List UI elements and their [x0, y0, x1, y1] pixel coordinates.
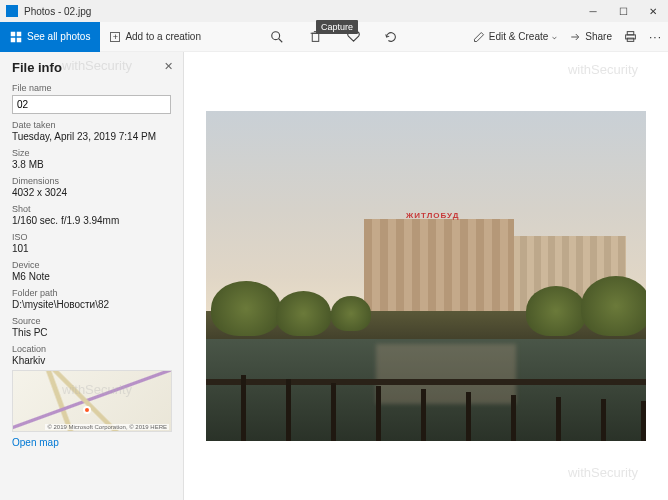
svg-line-5: [279, 38, 283, 42]
field-value: 3.8 MB: [12, 159, 171, 170]
toolbar: See all photos + Add to a creation Captu…: [0, 22, 668, 52]
see-all-label: See all photos: [27, 31, 90, 42]
svg-rect-11: [627, 38, 634, 41]
window-title: Photos - 02.jpg: [24, 6, 91, 17]
map-pin-icon: [83, 406, 91, 414]
share-label: Share: [585, 31, 612, 42]
close-window-button[interactable]: ✕: [638, 0, 668, 22]
app-icon: [6, 5, 18, 17]
edit-icon: [473, 31, 485, 43]
svg-point-4: [272, 31, 280, 39]
add-creation-label: Add to a creation: [125, 31, 201, 42]
field-value: This PC: [12, 327, 171, 338]
field-label: Device: [12, 260, 171, 270]
plus-icon: +: [110, 32, 120, 42]
minimize-button[interactable]: ─: [578, 0, 608, 22]
capture-tooltip: Capture: [316, 20, 358, 34]
share-button[interactable]: Share: [569, 31, 612, 43]
svg-rect-6: [312, 33, 319, 41]
location-map[interactable]: © 2019 Microsoft Corporation, © 2019 HER…: [12, 370, 172, 432]
photo-content[interactable]: ЖИТЛОБУД: [206, 111, 646, 441]
field-value: M6 Note: [12, 271, 171, 282]
close-panel-button[interactable]: ✕: [164, 60, 173, 73]
add-to-creation-button[interactable]: + Add to a creation: [100, 22, 211, 52]
see-all-photos-button[interactable]: See all photos: [0, 22, 100, 52]
field-value: Kharkiv: [12, 355, 171, 366]
more-button[interactable]: ···: [649, 30, 662, 44]
map-copyright: © 2019 Microsoft Corporation, © 2019 HER…: [45, 424, 169, 430]
field-value: 1/160 sec. f/1.9 3.94mm: [12, 215, 171, 226]
field-label: Location: [12, 344, 171, 354]
field-value: Tuesday, April 23, 2019 7:14 PM: [12, 131, 171, 142]
photo-viewer: withSecurity withSecurity ЖИТЛОБУД: [184, 52, 668, 500]
svg-rect-0: [11, 31, 16, 36]
field-value: 4032 x 3024: [12, 187, 171, 198]
field-label: Dimensions: [12, 176, 171, 186]
title-bar: Photos - 02.jpg ─ ☐ ✕: [0, 0, 668, 22]
edit-create-button[interactable]: Edit & Create ⌵: [473, 31, 557, 43]
field-label: Folder path: [12, 288, 171, 298]
share-icon: [569, 31, 581, 43]
chevron-down-icon: ⌵: [552, 32, 557, 41]
field-label: Shot: [12, 204, 171, 214]
building-sign: ЖИТЛОБУД: [406, 211, 459, 220]
maximize-button[interactable]: ☐: [608, 0, 638, 22]
field-label: Size: [12, 148, 171, 158]
watermark: withSecurity: [568, 465, 638, 480]
rotate-button[interactable]: [383, 29, 399, 45]
field-value: 101: [12, 243, 171, 254]
filename-label: File name: [12, 83, 171, 93]
panel-title: File info: [12, 60, 171, 75]
print-button[interactable]: [624, 30, 637, 43]
watermark: withSecurity: [568, 62, 638, 77]
field-label: Source: [12, 316, 171, 326]
svg-rect-3: [17, 37, 22, 42]
svg-rect-1: [17, 31, 22, 36]
zoom-button[interactable]: [269, 29, 285, 45]
grid-icon: [10, 31, 22, 43]
file-info-panel: File info ✕ File name Date takenTuesday,…: [0, 52, 184, 500]
field-label: ISO: [12, 232, 171, 242]
field-value: D:\mysite\Новости\82: [12, 299, 171, 310]
svg-rect-2: [11, 37, 16, 42]
field-label: Date taken: [12, 120, 171, 130]
print-icon: [624, 30, 637, 43]
open-map-link[interactable]: Open map: [12, 437, 59, 448]
filename-input[interactable]: [12, 95, 171, 114]
edit-create-label: Edit & Create: [489, 31, 548, 42]
